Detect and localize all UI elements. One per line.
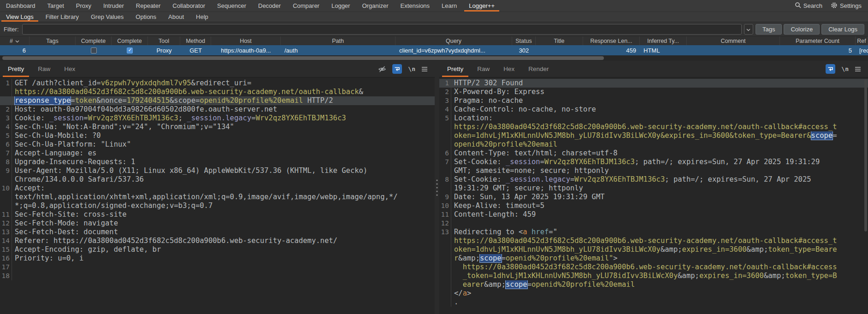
request-line-text: Referer: https://0a3800ad0452d3f682c5d8c… [12,237,337,245]
filter-input[interactable] [22,24,742,35]
response-tab-hex[interactable]: Hex [496,61,521,77]
menu-tab-proxy[interactable]: Proxy [70,0,97,12]
tags-button[interactable]: Tags [756,24,782,35]
menu-icon[interactable] [421,66,428,72]
token-h: = [71,96,75,105]
column-header-tool[interactable]: Tool [148,36,180,45]
subnav-tab-about[interactable]: About [162,12,190,22]
column-header-status[interactable]: Status [512,36,536,45]
menu-tab-extensions[interactable]: Extensions [395,0,436,12]
row-cell-response-len: 459 [583,47,640,54]
response-tab-pretty[interactable]: Pretty [440,61,470,77]
line-number: 15 [0,245,12,254]
column-header-title[interactable]: Title [536,36,583,45]
response-line: </a> [439,289,868,298]
clear-logs-button[interactable]: Clear Logs [821,24,864,35]
line-number: 4 [0,123,12,131]
response-line-text: Redirecting to <a href=" [451,228,557,237]
response-line-text: openid%20profile%20email [451,140,557,149]
request-tab-hex[interactable]: Hex [57,61,82,77]
wrap-icon[interactable] [826,64,835,74]
table-hscrollbar[interactable] [0,55,868,61]
response-line-text: Content-Length: 459 [451,210,536,219]
token-v: openid%20profile%20email [454,140,557,148]
line-number: 4 [439,105,451,114]
token-h: Priority: u=0, i [15,254,83,262]
menu-tab-learn[interactable]: Learn [436,0,463,12]
response-line: 19:31:29 GMT; secure; httponly [439,184,868,193]
subnav-tab-grep-values[interactable]: Grep Values [85,12,130,22]
token-tag: a [463,289,467,297]
menu-tab-sequencer[interactable]: Sequencer [211,0,252,12]
line-number: 14 [0,237,12,245]
response-tab-render[interactable]: Render [521,61,555,77]
subnav-tab-help[interactable]: Help [190,12,214,22]
response-line-text: https://0a3800ad0452d3f682c5d8c200a900b6… [451,237,837,245]
line-number: 5 [0,131,12,140]
settings-button[interactable]: Settings [831,2,862,10]
menu-tab-comparer[interactable]: Comparer [287,0,325,12]
newline-icon[interactable]: \n [408,65,415,72]
newline-icon[interactable]: \n [841,65,849,72]
column-header-complete[interactable]: Complete [112,36,148,45]
complete-checkbox-unchecked[interactable] [91,47,97,53]
request-editor: 1GET /auth?client_id=v6zpwh7vydxdqhdml7v… [0,77,435,314]
menu-tab-dashboard[interactable]: Dashboard [0,0,41,12]
colorize-button[interactable]: Colorize [784,24,820,35]
line-number: 11 [439,210,451,219]
request-line: 13Sec-Fetch-Dest: document [0,228,435,237]
menu-tab-decoder[interactable]: Decoder [252,0,287,12]
column-header-complete[interactable]: Complete [76,36,112,45]
column-header-ref[interactable]: Ref [856,36,868,45]
column-header-parameter-count[interactable]: Parameter Count [780,36,856,45]
column-header-label: Method [186,38,205,44]
column-header-query[interactable]: Query [396,36,512,45]
menu-tab-organizer[interactable]: Organizer [356,0,394,12]
menu-tab-repeater[interactable]: Repeater [130,0,166,12]
table-hscrollbar-thumb[interactable] [2,56,604,60]
column-header-host[interactable]: Host [211,36,281,45]
request-tab-pretty[interactable]: Pretty [1,61,31,77]
menu-tab-logger[interactable]: Logger [325,0,356,12]
response-vscrollbar[interactable] [864,79,867,231]
response-line: https://0a3800ad0452d3f682c5d8c200a900b6… [439,237,868,245]
menu-tab-logger[interactable]: Logger++ [463,0,501,12]
line-number [0,175,12,184]
menu-tab-target[interactable]: Target [41,0,70,12]
response-tabs: PrettyRawHexRender [440,61,556,77]
menu-tab-intruder[interactable]: Intruder [97,0,130,12]
request-line: 12Sec-Fetch-Mode: navigate [0,219,435,228]
request-line-text [12,272,15,280]
eye-hidden-icon[interactable] [378,65,386,73]
column-header-path[interactable]: Path [281,36,396,45]
column-header-method[interactable]: Method [180,36,211,45]
subnav-tab-filter-library[interactable]: Filter Library [40,12,85,22]
request-tab-raw[interactable]: Raw [31,61,57,77]
token-h: Chrome/134.0.0.0 Safari/537.36 [15,175,144,184]
complete-checkbox-checked[interactable] [127,47,133,53]
token-h: &nonce= [96,96,126,105]
column-header-comment[interactable]: Comment [687,36,780,45]
menu-tab-collaborator[interactable]: Collaborator [166,0,211,12]
token-v: expires_in=3600 [682,245,747,254]
column-header-label: Parameter Count [796,38,839,44]
search-button[interactable]: Search [795,2,822,10]
log-table-selected-row[interactable]: 6ProxyGEThttps://oauth-0a9.../authclient… [0,45,868,55]
response-tab-raw[interactable]: Raw [470,61,496,77]
wrap-icon[interactable] [392,64,402,74]
subnav-tab-options[interactable]: Options [130,12,162,22]
subnav-tab-view-logs[interactable]: View Logs [0,12,40,22]
token-v: Wrv2qz8YX6EhTBJM136c3 [574,175,665,184]
token-h: &amp; [764,272,785,280]
column-header-tags[interactable]: Tags [30,36,76,45]
request-line-text: Sec-Ch-Ua-Mobile: ?0 [12,131,101,140]
column-header-[interactable]: # [0,36,30,45]
column-header-response-len[interactable]: Response Len... [583,36,640,45]
token-h: &amp; [661,245,682,254]
line-number [439,140,451,149]
column-header-inferred-ty[interactable]: Inferred Ty... [640,36,687,45]
panel-splitter[interactable] [435,61,439,314]
filter-history-dropdown[interactable] [744,24,753,35]
menu-icon[interactable] [855,66,861,72]
response-line-text [451,219,454,228]
